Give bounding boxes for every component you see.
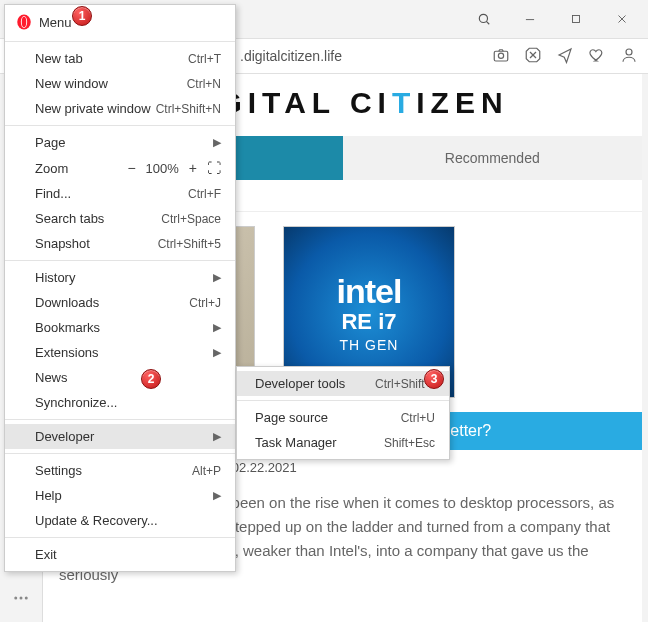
heart-icon[interactable] xyxy=(588,46,606,67)
browser-window: .digitalcitizen.life DIGITAL CITIZEN Rec… xyxy=(0,0,648,622)
submenu-devtools[interactable]: Developer toolsCtrl+Shift+I xyxy=(237,371,449,396)
logo-t: T xyxy=(392,86,416,119)
menu-zoom: Zoom − 100% + ⛶ xyxy=(5,155,235,181)
svg-point-22 xyxy=(22,17,27,28)
svg-point-14 xyxy=(14,597,17,600)
svg-point-16 xyxy=(25,597,28,600)
zoom-out-button[interactable]: − xyxy=(127,160,135,176)
menu-title: Menu xyxy=(39,15,72,30)
profile-icon[interactable] xyxy=(620,46,638,67)
svg-point-7 xyxy=(498,53,503,58)
more-icon[interactable] xyxy=(12,589,30,610)
menu-search-tabs[interactable]: Search tabsCtrl+Space xyxy=(5,206,235,231)
developer-submenu: Developer toolsCtrl+Shift+I Page sourceC… xyxy=(236,366,450,460)
menu-extensions[interactable]: Extensions▶ xyxy=(5,340,235,365)
menu-settings[interactable]: SettingsAlt+P xyxy=(5,458,235,483)
svg-point-0 xyxy=(479,14,487,22)
intel-core-text: RE i7 xyxy=(337,309,402,335)
main-menu: Menu New tabCtrl+T New windowCtrl+N New … xyxy=(4,4,236,572)
submenu-page-source[interactable]: Page sourceCtrl+U xyxy=(237,405,449,430)
step-badge-3: 3 xyxy=(424,369,444,389)
menu-bookmarks[interactable]: Bookmarks▶ xyxy=(5,315,235,340)
step-badge-1: 1 xyxy=(72,6,92,26)
menu-news[interactable]: News xyxy=(5,365,235,390)
svg-rect-3 xyxy=(573,16,580,23)
snapshot-icon[interactable] xyxy=(492,46,510,67)
logo-suffix: IZEN xyxy=(416,86,508,119)
menu-help[interactable]: Help▶ xyxy=(5,483,235,508)
menu-new-tab[interactable]: New tabCtrl+T xyxy=(5,46,235,71)
zoom-fullscreen-button[interactable]: ⛶ xyxy=(207,160,221,176)
step-badge-2: 2 xyxy=(141,369,161,389)
menu-history[interactable]: History▶ xyxy=(5,265,235,290)
adblock-icon[interactable] xyxy=(524,46,542,67)
svg-point-15 xyxy=(20,597,23,600)
menu-find[interactable]: Find...Ctrl+F xyxy=(5,181,235,206)
maximize-button[interactable] xyxy=(554,4,598,34)
menu-new-window[interactable]: New windowCtrl+N xyxy=(5,71,235,96)
svg-line-1 xyxy=(486,21,489,24)
send-icon[interactable] xyxy=(556,46,574,67)
intel-gen-text: TH GEN xyxy=(337,337,402,353)
minimize-button[interactable] xyxy=(508,4,552,34)
address-actions xyxy=(492,46,638,67)
zoom-label: Zoom xyxy=(35,161,68,176)
intel-logo-text: intel xyxy=(337,272,402,311)
address-url: .digitalcitizen.life xyxy=(240,48,342,64)
menu-snapshot[interactable]: SnapshotCtrl+Shift+5 xyxy=(5,231,235,256)
zoom-in-button[interactable]: + xyxy=(189,160,197,176)
close-button[interactable] xyxy=(600,4,644,34)
menu-downloads[interactable]: DownloadsCtrl+J xyxy=(5,290,235,315)
menu-developer[interactable]: Developer▶ xyxy=(5,424,235,449)
menu-synchronize[interactable]: Synchronize... xyxy=(5,390,235,415)
tab-recommended[interactable]: Recommended xyxy=(343,136,643,180)
search-icon[interactable] xyxy=(462,4,506,34)
svg-point-11 xyxy=(626,49,632,55)
zoom-value: 100% xyxy=(146,161,179,176)
menu-header[interactable]: Menu xyxy=(5,11,235,37)
menu-page[interactable]: Page▶ xyxy=(5,130,235,155)
menu-update-recovery[interactable]: Update & Recovery... xyxy=(5,508,235,533)
opera-icon xyxy=(15,13,33,31)
menu-exit[interactable]: Exit xyxy=(5,542,235,567)
menu-new-private-window[interactable]: New private windowCtrl+Shift+N xyxy=(5,96,235,121)
submenu-task-manager[interactable]: Task ManagerShift+Esc xyxy=(237,430,449,455)
